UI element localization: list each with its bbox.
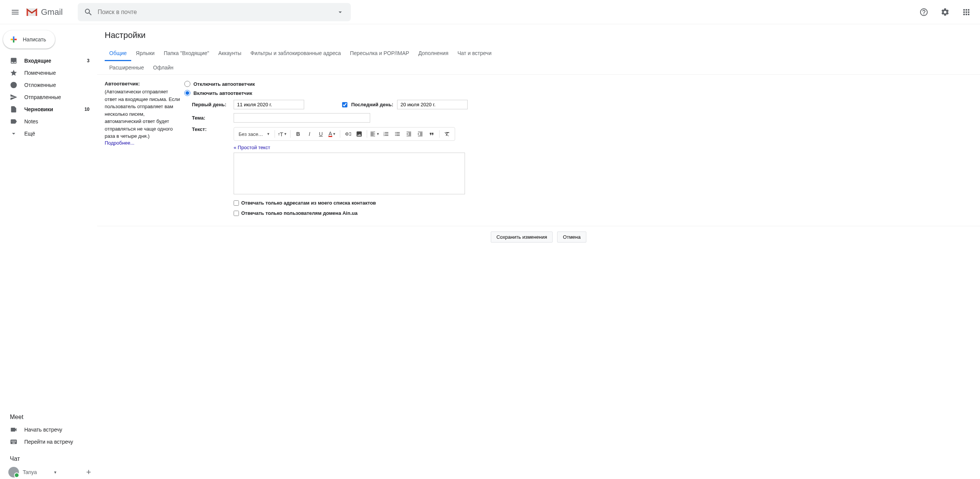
tab-addons[interactable]: Дополнения	[414, 46, 453, 61]
avatar-icon	[8, 467, 19, 477]
help-button[interactable]	[916, 5, 931, 20]
plus-multicolor-icon	[9, 35, 18, 44]
first-day-input[interactable]	[234, 100, 304, 109]
sidebar-item-inbox[interactable]: Входящие 3	[0, 55, 94, 67]
svg-rect-0	[13, 39, 14, 40]
underline-button[interactable]: U	[315, 129, 326, 139]
rich-text-toolbar: Без засеч…▼ тT▼ B I U A▼ ▼	[234, 127, 455, 141]
section-title: Автоответчик:	[105, 81, 140, 86]
indent-less-button[interactable]	[404, 129, 414, 139]
search-bar[interactable]	[78, 3, 351, 21]
link-icon	[344, 131, 351, 137]
sidebar-item-snoozed[interactable]: Отложенные	[0, 79, 94, 91]
tab-chat[interactable]: Чат и встречи	[453, 46, 496, 61]
tab-forwarding[interactable]: Пересылка и POP/IMAP	[345, 46, 414, 61]
clock-icon	[10, 81, 18, 89]
image-button[interactable]	[354, 129, 364, 139]
vacation-responder-section: Автоответчик: (Автоматически отправляет …	[97, 75, 980, 226]
inbox-icon	[10, 57, 18, 64]
message-textarea[interactable]	[234, 153, 465, 194]
subject-input[interactable]	[234, 113, 370, 123]
app-name: Gmail	[41, 7, 62, 17]
chat-user-name: Tanya	[23, 469, 52, 475]
sidebar-item-starred[interactable]: Помеченные	[0, 67, 94, 79]
align-icon	[370, 131, 376, 137]
bullet-list-button[interactable]	[392, 129, 403, 139]
meet-join-button[interactable]: Перейти на встречу	[0, 436, 94, 448]
save-button[interactable]: Сохранить изменения	[491, 232, 553, 243]
tab-accounts[interactable]: Аккаунты	[214, 46, 246, 61]
send-icon	[10, 93, 18, 101]
quote-button[interactable]	[426, 129, 437, 139]
settings-tabs: Общие Ярлыки Папка "Входящие" Аккаунты Ф…	[97, 46, 980, 75]
link-button[interactable]	[342, 129, 353, 139]
chat-section-title: Чат	[0, 452, 97, 465]
align-button[interactable]: ▼	[369, 129, 380, 139]
sidebar-item-sent[interactable]: Отправленные	[0, 91, 94, 103]
tab-labels[interactable]: Ярлыки	[131, 46, 159, 61]
chevron-down-icon	[10, 130, 18, 137]
tab-general[interactable]: Общие	[105, 46, 131, 61]
file-icon	[10, 105, 18, 113]
keyboard-icon	[10, 438, 18, 445]
learn-more-link[interactable]: Подробнее...	[105, 140, 134, 146]
text-color-button[interactable]: A▼	[327, 129, 337, 139]
new-chat-button[interactable]: +	[86, 467, 91, 477]
list-ul-icon	[395, 131, 401, 137]
contacts-only-label: Отвечать только адресатам из моего списк…	[241, 200, 376, 206]
font-size-button[interactable]: тT▼	[277, 129, 288, 139]
search-options-button[interactable]	[336, 8, 345, 17]
remove-format-button[interactable]	[442, 129, 452, 139]
section-description: (Автоматически отправляет ответ на входя…	[105, 88, 181, 140]
last-day-checkbox[interactable]	[342, 102, 347, 107]
app-header: Gmail	[0, 0, 980, 24]
meet-start-button[interactable]: Начать встречу	[0, 423, 94, 436]
last-day-label: Последний день:	[351, 102, 393, 107]
first-day-label: Первый день:	[192, 102, 230, 107]
font-family-select[interactable]: Без засеч…▼	[236, 129, 272, 139]
settings-button[interactable]	[937, 5, 953, 20]
contacts-only-checkbox[interactable]	[234, 200, 239, 206]
form-actions: Сохранить изменения Отмена	[97, 226, 980, 248]
plain-text-link[interactable]: « Простой текст	[234, 145, 270, 150]
last-day-input[interactable]	[397, 100, 468, 109]
domain-only-label: Отвечать только пользователям домена Ain…	[241, 210, 358, 216]
sidebar-item-drafts[interactable]: Черновики 10	[0, 103, 94, 115]
tab-offline[interactable]: Офлайн	[149, 61, 178, 74]
header-actions	[916, 5, 974, 20]
page-title: Настройки	[97, 30, 980, 45]
indent-increase-icon	[417, 131, 423, 137]
chat-user-row[interactable]: Tanya ▼ +	[0, 465, 97, 479]
nav-list: Входящие 3 Помеченные Отложенные Отправл…	[0, 55, 97, 140]
responder-off-radio[interactable]	[184, 81, 190, 87]
caret-down-icon: ▼	[54, 470, 57, 474]
search-input[interactable]	[97, 9, 336, 16]
app-logo[interactable]: Gmail	[26, 7, 62, 17]
sidebar-item-notes[interactable]: Notes	[0, 115, 94, 128]
tab-filters[interactable]: Фильтры и заблокированные адреса	[246, 46, 345, 61]
meet-section-title: Meet	[0, 411, 97, 423]
video-icon	[10, 426, 18, 433]
domain-only-checkbox[interactable]	[234, 211, 239, 216]
gmail-logo-icon	[26, 8, 38, 17]
apps-button[interactable]	[959, 5, 974, 20]
indent-more-button[interactable]	[415, 129, 426, 139]
subject-label: Тема:	[192, 115, 230, 121]
numbered-list-button[interactable]	[381, 129, 391, 139]
bold-button[interactable]: B	[293, 129, 304, 139]
star-icon	[10, 69, 18, 77]
sidebar-item-more[interactable]: Ещё	[0, 128, 94, 140]
indent-decrease-icon	[406, 131, 412, 137]
clear-format-icon	[444, 131, 450, 137]
menu-button[interactable]	[6, 3, 24, 21]
label-icon	[10, 118, 18, 125]
tab-inbox[interactable]: Папка "Входящие"	[159, 46, 214, 61]
responder-off-label: Отключить автоответчик	[193, 81, 255, 87]
hamburger-icon	[11, 8, 20, 17]
tab-advanced[interactable]: Расширенные	[105, 61, 149, 74]
italic-button[interactable]: I	[304, 129, 315, 139]
compose-button[interactable]: Написать	[3, 30, 55, 49]
cancel-button[interactable]: Отмена	[557, 232, 586, 243]
list-ol-icon	[383, 131, 389, 137]
responder-on-radio[interactable]	[184, 90, 190, 96]
